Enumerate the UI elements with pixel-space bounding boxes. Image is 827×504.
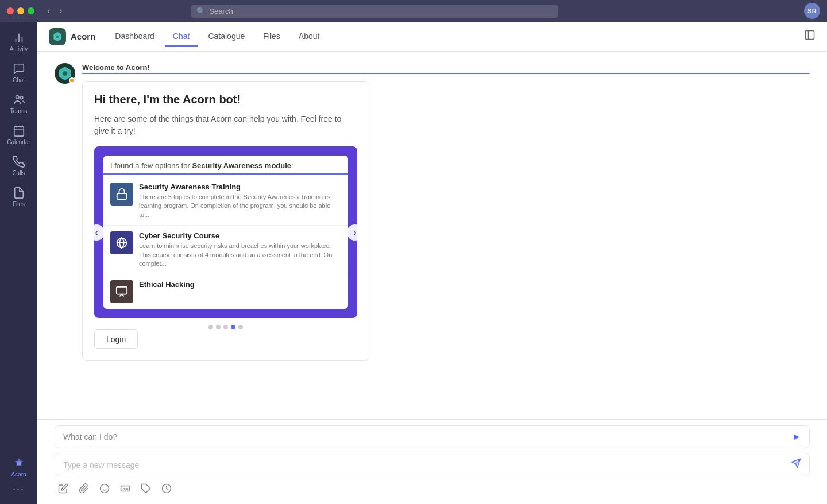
- top-nav: Acorn Dashboard Chat Catalogue Files Abo…: [37, 22, 827, 52]
- course-info-1: Security Awareness Training There are 5 …: [139, 183, 341, 219]
- search-icon: 🔍: [196, 7, 206, 15]
- sidebar-item-teams[interactable]: Teams: [0, 89, 37, 119]
- sidebar-item-calendar[interactable]: Calendar: [0, 120, 37, 150]
- what-can-i-do-text: What can I do?: [63, 432, 117, 441]
- carousel-dots: [94, 325, 357, 329]
- sidebar-label-calendar: Calendar: [7, 139, 30, 145]
- acorn-logo-icon: [49, 28, 66, 45]
- svg-point-0: [16, 96, 19, 99]
- course-info-3: Ethical Hacking: [139, 280, 341, 290]
- app-name: Acorn: [71, 32, 95, 41]
- user-avatar[interactable]: SR: [804, 3, 820, 19]
- welcome-title: Hi there, I'm the Acorn bot!: [94, 93, 357, 106]
- svg-rect-14: [117, 287, 127, 294]
- sidebar-label-files: Files: [13, 201, 25, 207]
- course-info-2: Cyber Security Course Learn to minimise …: [139, 231, 341, 268]
- tab-files[interactable]: Files: [255, 27, 288, 47]
- traffic-lights: [7, 7, 34, 14]
- sidebar-label-teams: Teams: [10, 108, 27, 114]
- welcome-text: Here are some of the things that Acorn c…: [94, 113, 357, 137]
- course-thumb-2: [110, 231, 133, 254]
- course-item-3[interactable]: Ethical Hacking: [103, 274, 348, 309]
- carousel-next-button[interactable]: ›: [347, 224, 363, 241]
- sidebar-more-button[interactable]: ···: [13, 483, 25, 495]
- toolbar-row: GIF: [55, 481, 810, 498]
- carousel-dot-2[interactable]: [216, 325, 221, 329]
- course-item-1[interactable]: Security Awareness Training There are 5 …: [103, 177, 348, 226]
- sidebar-item-files[interactable]: Files: [0, 182, 37, 212]
- carousel-dot-5[interactable]: [238, 325, 243, 329]
- title-bar: ‹ › 🔍 SR: [0, 0, 827, 22]
- send-button[interactable]: [791, 458, 801, 471]
- sidebar-label-chat: Chat: [13, 77, 25, 83]
- course-desc-1: There are 5 topics to complete in the Se…: [139, 193, 341, 219]
- course-desc-2: Learn to minimise security risks and bre…: [139, 242, 341, 268]
- search-bar[interactable]: 🔍: [191, 5, 558, 18]
- carousel-inner: I found a few options for Security Aware…: [103, 156, 348, 309]
- message-divider: [82, 73, 810, 74]
- course-thumb-3: [110, 280, 133, 303]
- svg-rect-9: [806, 31, 814, 40]
- message-input[interactable]: [63, 460, 786, 470]
- sticker-button[interactable]: [140, 482, 152, 497]
- course-name-1: Security Awareness Training: [139, 183, 341, 191]
- message-content: Welcome to Acorn! Hi there, I'm the Acor…: [82, 63, 810, 361]
- bot-status-dot: [69, 77, 75, 83]
- sidebar-label-calls: Calls: [12, 170, 25, 176]
- forward-button[interactable]: ›: [56, 5, 65, 17]
- tab-chat[interactable]: Chat: [165, 27, 198, 47]
- course-name-3: Ethical Hacking: [139, 280, 341, 289]
- course-thumb-1: [110, 183, 133, 206]
- sidebar-label-activity: Activity: [10, 46, 28, 52]
- bot-message-row: Welcome to Acorn! Hi there, I'm the Acor…: [55, 63, 810, 361]
- sidebar-item-acorn[interactable]: Acorn: [0, 452, 37, 482]
- schedule-button[interactable]: [160, 482, 173, 497]
- nav-arrows: ‹ ›: [44, 5, 66, 17]
- svg-rect-2: [14, 127, 24, 137]
- carousel-prev-button[interactable]: ‹: [88, 224, 105, 241]
- what-can-i-do-arrow-icon: ►: [792, 432, 801, 442]
- carousel-container: ‹ I found a few options for Security Awa…: [94, 146, 357, 318]
- tab-about[interactable]: About: [291, 27, 328, 47]
- sidebar-item-calls[interactable]: Calls: [0, 151, 37, 181]
- minimize-button[interactable]: [17, 7, 24, 14]
- message-sender: Welcome to Acorn!: [82, 63, 810, 72]
- bot-avatar: [55, 63, 75, 84]
- carousel-dot-1[interactable]: [208, 325, 213, 329]
- svg-point-8: [56, 35, 59, 38]
- gif-button[interactable]: GIF: [119, 482, 132, 497]
- emoji-button[interactable]: [98, 482, 111, 497]
- sidebar-item-chat[interactable]: Chat: [0, 58, 37, 88]
- carousel-dot-4[interactable]: [231, 325, 235, 329]
- carousel-search-text: I found a few options for Security Aware…: [103, 156, 348, 175]
- back-button[interactable]: ‹: [44, 5, 53, 17]
- message-input-row: [55, 453, 810, 476]
- close-button[interactable]: [7, 7, 14, 14]
- svg-rect-12: [117, 193, 127, 199]
- course-item-2[interactable]: Cyber Security Course Learn to minimise …: [103, 226, 348, 274]
- attach-button[interactable]: [78, 482, 90, 497]
- chat-panel-icon[interactable]: [804, 29, 816, 44]
- sidebar-item-activity[interactable]: Activity: [0, 27, 37, 57]
- svg-text:GIF: GIF: [123, 487, 129, 491]
- app-logo: Acorn: [49, 28, 95, 45]
- svg-point-11: [63, 71, 67, 76]
- search-input[interactable]: [209, 7, 552, 15]
- chat-area: Welcome to Acorn! Hi there, I'm the Acor…: [37, 52, 827, 419]
- svg-point-17: [101, 484, 109, 493]
- carousel-dot-3[interactable]: [223, 325, 228, 329]
- search-term: Security Awareness module: [192, 161, 291, 170]
- course-name-2: Cyber Security Course: [139, 231, 341, 240]
- top-nav-right: [804, 29, 816, 44]
- tab-catalogue[interactable]: Catalogue: [200, 27, 253, 47]
- bottom-bar: What can I do? ►: [37, 419, 827, 504]
- format-button[interactable]: [57, 482, 69, 497]
- svg-point-1: [20, 96, 23, 99]
- tab-dashboard[interactable]: Dashboard: [107, 27, 163, 47]
- login-button[interactable]: Login: [94, 329, 138, 349]
- sidebar: Activity Chat Teams Calendar: [0, 22, 37, 504]
- maximize-button[interactable]: [28, 7, 34, 14]
- what-can-i-do-button[interactable]: What can I do? ►: [55, 425, 810, 448]
- welcome-box: Hi there, I'm the Acorn bot! Here are so…: [82, 81, 369, 361]
- sidebar-label-acorn: Acorn: [11, 471, 26, 478]
